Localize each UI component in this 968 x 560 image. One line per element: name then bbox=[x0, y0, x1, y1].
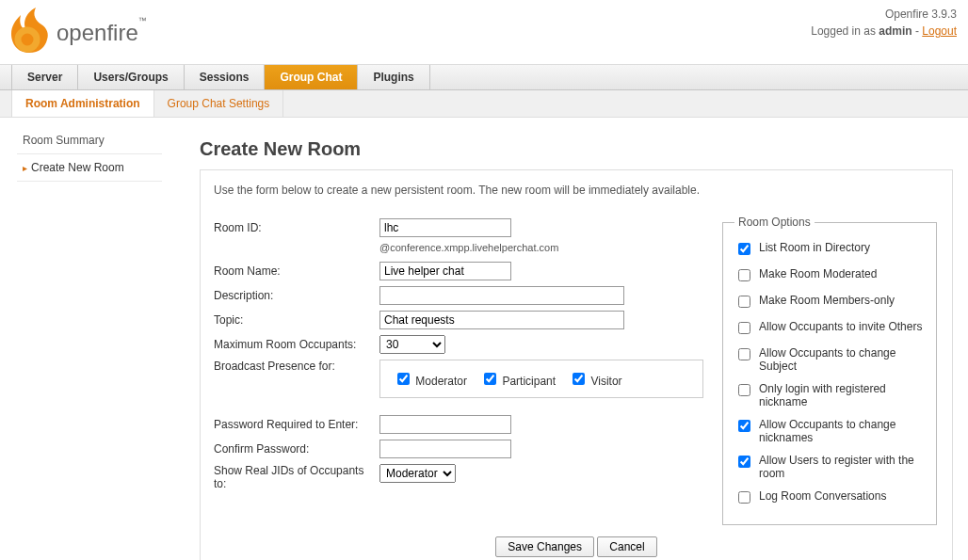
version-text: Openfire 3.9.3 bbox=[811, 6, 957, 23]
room-option-label: Make Room Moderated bbox=[759, 267, 877, 280]
room-options-fieldset: Room Options List Room in DirectoryMake … bbox=[722, 216, 937, 525]
logout-link[interactable]: Logout bbox=[922, 24, 957, 38]
tab-users-groups[interactable]: Users/Groups bbox=[78, 65, 184, 89]
tab-sessions[interactable]: Sessions bbox=[185, 65, 266, 89]
description-input[interactable] bbox=[379, 286, 624, 305]
broadcast-visitor[interactable]: Visitor bbox=[569, 370, 621, 388]
label-max-occupants: Maximum Room Occupants: bbox=[214, 338, 379, 351]
confirm-password-input[interactable] bbox=[379, 440, 511, 458]
room-option-label: Allow Occupants to change nicknames bbox=[759, 418, 925, 444]
broadcast-moderator-checkbox[interactable] bbox=[397, 373, 410, 385]
sub-tabs: Room Administration Group Chat Settings bbox=[0, 90, 968, 118]
topic-input[interactable] bbox=[379, 311, 624, 329]
room-option[interactable]: Allow Occupants to invite Others bbox=[734, 315, 925, 342]
room-option-checkbox[interactable] bbox=[738, 243, 750, 255]
broadcast-moderator[interactable]: Moderator bbox=[394, 370, 467, 388]
logo: openfire™ bbox=[8, 6, 147, 56]
room-option[interactable]: Allow Occupants to change nicknames bbox=[734, 413, 925, 449]
subtab-room-admin[interactable]: Room Administration bbox=[11, 90, 154, 117]
room-option-label: Allow Occupants to change Subject bbox=[759, 346, 925, 373]
room-name-input[interactable] bbox=[379, 262, 511, 280]
label-room-id: Room ID: bbox=[214, 221, 379, 234]
room-option[interactable]: List Room in Directory bbox=[734, 236, 925, 263]
room-option-label: Log Room Conversations bbox=[759, 489, 886, 503]
save-button[interactable]: Save Changes bbox=[495, 536, 594, 557]
room-id-input[interactable] bbox=[379, 218, 511, 237]
room-option-checkbox[interactable] bbox=[738, 348, 750, 360]
room-option-checkbox[interactable] bbox=[738, 322, 750, 334]
room-option[interactable]: Make Room Moderated bbox=[734, 263, 925, 289]
label-show-jids: Show Real JIDs of Occupants to: bbox=[214, 464, 379, 490]
tab-group-chat[interactable]: Group Chat bbox=[265, 65, 358, 89]
room-option-label: Allow Occupants to invite Others bbox=[759, 320, 922, 333]
max-occupants-select[interactable]: 30 bbox=[379, 335, 445, 354]
label-confirm-password: Confirm Password: bbox=[214, 442, 379, 456]
room-options-legend: Room Options bbox=[734, 216, 815, 229]
room-option-checkbox[interactable] bbox=[738, 491, 750, 504]
intro-text: Use the form below to create a new persi… bbox=[214, 184, 939, 197]
room-option-checkbox[interactable] bbox=[738, 269, 750, 281]
broadcast-group: Moderator Participant Visitor bbox=[379, 360, 703, 398]
room-option[interactable]: Log Room Conversations bbox=[734, 485, 925, 511]
broadcast-visitor-checkbox[interactable] bbox=[573, 373, 585, 385]
room-id-suffix: @conference.xmpp.livehelperchat.com bbox=[379, 242, 703, 253]
sidebar-item-create-room[interactable]: Create New Room bbox=[17, 154, 162, 182]
room-option-label: Allow Users to register with the room bbox=[759, 454, 925, 480]
sidebar-item-room-summary[interactable]: Room Summary bbox=[17, 127, 162, 154]
subtab-group-chat-settings[interactable]: Group Chat Settings bbox=[154, 90, 284, 117]
room-option-checkbox[interactable] bbox=[738, 296, 750, 308]
label-password: Password Required to Enter: bbox=[214, 418, 379, 431]
room-option-checkbox[interactable] bbox=[738, 456, 750, 468]
room-option-checkbox[interactable] bbox=[738, 384, 750, 396]
room-option-label: Only login with registered nickname bbox=[759, 382, 925, 408]
tab-server[interactable]: Server bbox=[11, 65, 78, 89]
label-description: Description: bbox=[214, 289, 379, 302]
room-option[interactable]: Only login with registered nickname bbox=[734, 377, 925, 413]
room-option-label: List Room in Directory bbox=[759, 241, 870, 254]
room-option[interactable]: Make Room Members-only bbox=[734, 289, 925, 315]
broadcast-participant[interactable]: Participant bbox=[480, 370, 556, 388]
current-user: admin bbox=[879, 24, 912, 38]
form-panel: Use the form below to create a new persi… bbox=[200, 169, 953, 560]
label-room-name: Room Name: bbox=[214, 264, 379, 278]
main-tabs: Server Users/Groups Sessions Group Chat … bbox=[0, 64, 968, 90]
password-input[interactable] bbox=[379, 415, 511, 434]
label-broadcast: Broadcast Presence for: bbox=[214, 360, 379, 373]
broadcast-participant-checkbox[interactable] bbox=[484, 373, 496, 385]
logo-text: openfire™ bbox=[51, 20, 147, 46]
logged-in-label: Logged in as bbox=[811, 24, 879, 38]
room-option-checkbox[interactable] bbox=[738, 420, 750, 432]
show-jids-select[interactable]: Moderator bbox=[379, 464, 456, 483]
cancel-button[interactable]: Cancel bbox=[597, 536, 656, 557]
label-topic: Topic: bbox=[214, 313, 379, 327]
tab-plugins[interactable]: Plugins bbox=[358, 65, 429, 89]
page-title: Create New Room bbox=[200, 138, 953, 160]
sidebar: Room Summary Create New Room bbox=[0, 118, 162, 560]
room-option-label: Make Room Members-only bbox=[759, 294, 895, 307]
room-option[interactable]: Allow Users to register with the room bbox=[734, 449, 925, 485]
flame-icon bbox=[8, 6, 51, 56]
room-option[interactable]: Allow Occupants to change Subject bbox=[734, 342, 925, 377]
